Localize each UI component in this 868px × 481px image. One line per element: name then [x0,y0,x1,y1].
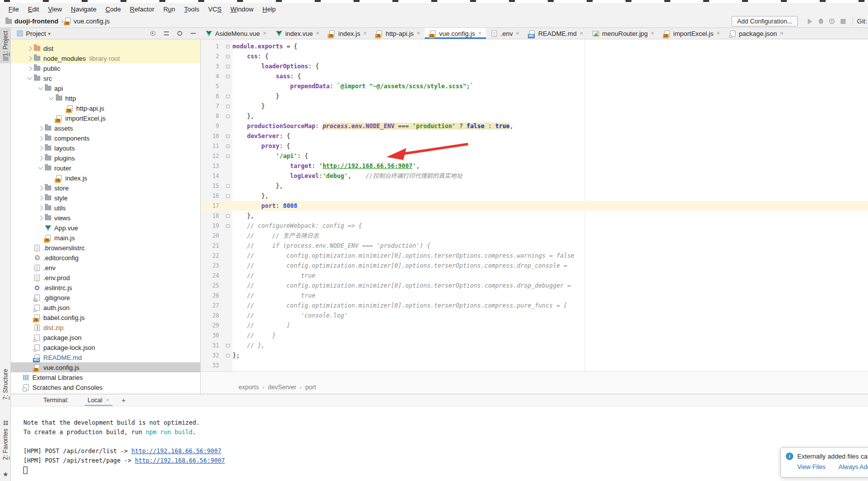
tree-item-views[interactable]: views [11,213,200,223]
git-branch-label[interactable]: Git: [857,17,868,25]
tree-item-dist[interactable]: dist [11,43,200,53]
code-text[interactable]: // 'console.log' [233,311,868,321]
close-icon[interactable]: × [363,30,367,37]
tree-item-api[interactable]: api [11,83,200,93]
tree-item-router[interactable]: router [11,163,200,173]
close-icon[interactable]: × [780,30,783,37]
fold-marker-icon[interactable] [223,181,233,191]
line-number[interactable]: 32 [201,350,223,360]
tree-item-plugins[interactable]: plugins [11,153,200,163]
locate-file-icon[interactable] [149,30,156,37]
close-icon[interactable]: × [651,30,654,37]
line-number[interactable]: 4 [201,71,223,81]
notification-link-view-files[interactable]: View Files [797,464,826,471]
line-number[interactable]: 17 [201,201,223,211]
code-text[interactable]: } [233,101,868,111]
tab-package.json[interactable]: package.json× [725,28,788,39]
chevron-right-icon[interactable] [26,57,33,60]
menu-item-refactor[interactable]: Refactor [125,4,159,14]
tab-index.js[interactable]: JSindex.js× [324,28,371,39]
terminal-link[interactable]: http://192.168.66.56:9007 [135,457,225,464]
terminal-output[interactable]: Note that the development build is not o… [11,406,868,475]
tree-item-components[interactable]: components [11,133,200,143]
tree-item-src[interactable]: src [11,73,200,83]
fold-marker-icon[interactable] [223,51,233,61]
tree-item-importExcel.js[interactable]: JSimportExcel.js [11,113,200,123]
add-configuration-button[interactable]: Add Configuration... [732,16,798,26]
code-text[interactable]: prependData: `@import "~@/assets/scss/st… [233,81,868,91]
code-text[interactable]: }, [233,211,868,221]
tree-item-index.js[interactable]: JSindex.js [11,173,200,183]
line-number[interactable]: 23 [201,261,223,271]
line-number[interactable]: 15 [201,181,223,191]
stripe-project-tab[interactable]: 1: Project [0,28,11,63]
fold-marker-icon[interactable] [223,191,233,201]
run-coverage-button[interactable] [827,16,838,26]
collapse-all-icon[interactable] [163,30,169,37]
fold-marker-icon[interactable] [223,61,233,71]
code-text[interactable] [233,360,868,370]
code-text[interactable]: // true [233,271,868,281]
editor-breadcrumb-port[interactable]: port [305,384,316,391]
fold-marker-icon[interactable] [223,131,233,141]
line-number[interactable]: 25 [201,281,223,291]
code-text[interactable]: // config.optimization.minimizer[0].opti… [233,281,868,291]
code-text[interactable]: }, [233,181,868,191]
chevron-right-icon[interactable] [37,157,44,160]
line-number[interactable]: 20 [201,231,223,241]
tree-item-.browserslistrc[interactable]: .browserslistrc [11,243,200,253]
line-number[interactable]: 14 [201,171,223,181]
code-text[interactable]: } [233,91,868,101]
chevron-right-icon[interactable] [37,137,44,140]
fold-marker-icon[interactable] [223,350,233,360]
project-panel-title[interactable]: Project [26,30,46,37]
chevron-down-icon[interactable] [48,97,55,99]
chevron-right-icon[interactable] [37,147,44,150]
editor-breadcrumb-exports[interactable]: exports [239,384,259,391]
tree-item-babel.config.js[interactable]: JSbabel.config.js [11,313,200,322]
code-text[interactable]: // if (process.env.NODE_ENV === 'product… [233,241,868,251]
stop-button[interactable] [838,16,849,26]
code-text[interactable]: }, [233,191,868,201]
code-text[interactable]: devServer: { [233,131,868,141]
fold-marker-icon[interactable] [223,221,233,231]
line-number[interactable]: 31 [201,340,223,350]
fold-marker-icon[interactable] [223,151,233,161]
tab-vue.config.js[interactable]: JSvue.config.js× [425,28,486,39]
line-number[interactable]: 12 [201,151,223,161]
tree-item-package-lock.json[interactable]: package-lock.json [11,342,200,352]
code-text[interactable]: proxy: { [233,141,868,151]
breadcrumb-file[interactable]: vue.config.js [74,17,110,25]
menu-item-edit[interactable]: Edit [23,4,43,14]
fold-marker-icon[interactable] [223,111,233,121]
terminal-tab-local[interactable]: Local × [85,394,113,406]
tree-item-http-api.js[interactable]: JShttp-api.js [11,103,200,113]
line-number[interactable]: 1 [201,41,223,51]
tree-item-main.js[interactable]: JSmain.js [11,233,200,243]
hide-panel-icon[interactable] [190,30,196,37]
line-number[interactable]: 33 [201,360,223,370]
line-number[interactable]: 9 [201,121,223,131]
fold-marker-icon[interactable] [223,41,233,51]
line-number[interactable]: 22 [201,251,223,261]
chevron-down-icon[interactable] [37,167,44,169]
tab-menuRouter.jpg[interactable]: menuRouter.jpg× [588,28,659,39]
line-number[interactable]: 26 [201,291,223,301]
code-text[interactable]: target: 'http://192.168.66.56:9007', [233,161,868,171]
tree-item-dist.zip[interactable]: dist.zip [11,322,200,332]
line-number[interactable]: 11 [201,141,223,151]
code-text[interactable]: // }, [233,340,868,350]
tree-item-.env[interactable]: .env [11,263,200,273]
run-button[interactable] [805,16,816,26]
close-icon[interactable]: × [316,30,319,37]
line-number[interactable]: 30 [201,330,223,340]
chevron-right-icon[interactable] [37,127,44,130]
code-text[interactable]: // configureWebpack: config => { [233,221,868,231]
close-icon[interactable]: × [580,30,583,37]
line-number[interactable]: 10 [201,131,223,141]
fold-marker-icon[interactable] [223,211,233,221]
code-text[interactable]: }, [233,111,868,121]
stripe-structure-tab[interactable]: 7: Structure [0,369,11,400]
tree-item-External-Libraries[interactable]: External Libraries [11,372,200,382]
chevron-right-icon[interactable] [37,216,44,220]
